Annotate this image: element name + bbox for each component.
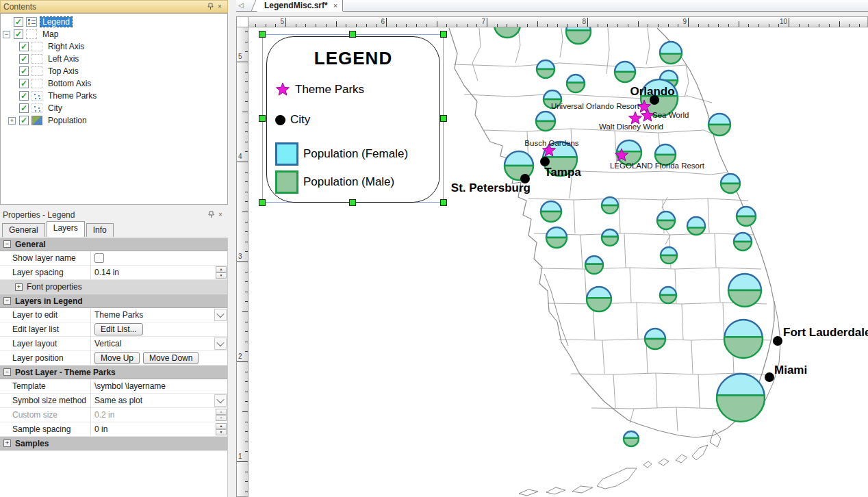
spinner-control[interactable]: ▲▼ [216, 266, 227, 279]
tree-item-bottom-axis[interactable]: ✓ Bottom Axis [1, 77, 227, 90]
expander-icon[interactable]: + [8, 117, 16, 125]
visibility-checkbox[interactable]: ✓ [14, 29, 23, 39]
population-male-half [537, 69, 554, 78]
subsection-font-properties[interactable]: +Font properties [0, 280, 227, 294]
tab-layers[interactable]: Layers [47, 221, 85, 237]
visibility-checkbox[interactable]: ✓ [19, 103, 29, 113]
value-text[interactable]: Vertical [94, 339, 121, 348]
spin-up-icon[interactable]: ▲ [216, 423, 227, 429]
spin-up-icon[interactable]: ▲ [216, 266, 227, 272]
tree-item-right-axis[interactable]: ✓ Right Axis [1, 40, 227, 53]
property-label: Symbol size method [0, 394, 91, 407]
legend-item-label: City [290, 113, 310, 127]
ruler-tick [758, 24, 759, 27]
tab-scroll-left-icon[interactable]: ◁ [238, 1, 246, 10]
pin-icon[interactable] [205, 2, 215, 12]
ruler-tick [236, 62, 248, 62]
show-layer-name-checkbox[interactable] [94, 253, 104, 263]
tab-general[interactable]: General [2, 223, 45, 237]
spinner-control[interactable]: ▲▼ [216, 423, 227, 435]
expand-icon[interactable]: + [15, 283, 23, 291]
tree-item-label: Legend [40, 17, 72, 27]
population-female-half [541, 201, 561, 212]
spin-down-icon[interactable]: ▼ [216, 272, 227, 279]
selection-handle[interactable] [440, 115, 447, 122]
property-label: Layer layout [0, 337, 91, 351]
post-layer-icon [31, 91, 42, 101]
ruler-tick [285, 18, 286, 27]
ruler-tick [457, 24, 457, 27]
move-up-button[interactable]: Move Up [94, 352, 140, 364]
spinner-control: ▲▼ [216, 409, 227, 421]
move-down-button[interactable]: Move Down [143, 352, 199, 364]
dropdown-arrow-icon[interactable] [214, 394, 227, 407]
tree-item-map[interactable]: − ✓ Map [1, 28, 227, 40]
selection-handle[interactable] [349, 31, 356, 38]
tree-item-population[interactable]: + ✓ Population [1, 114, 227, 127]
visibility-checkbox[interactable]: ✓ [19, 66, 29, 76]
population-female-half [544, 90, 561, 99]
ruler-tick [305, 24, 306, 27]
ruler-tick [245, 192, 248, 192]
property-row-layer-to-edit: Layer to editTheme Parks [0, 308, 227, 322]
ruler-tick [245, 472, 248, 472]
visibility-checkbox[interactable]: ✓ [19, 79, 29, 88]
document-tab[interactable]: LegendMisc.srf* × [257, 0, 343, 12]
pin-icon[interactable] [206, 210, 216, 220]
visibility-checkbox[interactable]: ✓ [19, 116, 29, 125]
section-post-layer-theme-parks[interactable]: −Post Layer - Theme Parks [0, 366, 227, 379]
selection-handle[interactable] [259, 199, 266, 206]
dropdown-arrow-icon[interactable] [214, 309, 227, 321]
section-general[interactable]: −General [0, 238, 227, 251]
property-row-sample-spacing: Sample spacing0 in▲▼ [0, 422, 227, 437]
visibility-checkbox[interactable]: ✓ [19, 42, 29, 51]
value-text[interactable]: 0 in [94, 424, 107, 434]
tree-item-theme-parks[interactable]: ✓ Theme Parks [1, 90, 227, 102]
ruler-tick [537, 21, 538, 27]
spin-down-icon: ▼ [216, 415, 227, 421]
expander-icon[interactable]: − [3, 31, 10, 38]
ruler-tick [245, 51, 248, 52]
edit-list-button[interactable]: Edit List... [94, 323, 143, 335]
section-samples[interactable]: +Samples [0, 437, 227, 450]
tree-item-legend[interactable]: ✓ Legend [1, 16, 227, 28]
tree-item-top-axis[interactable]: ✓ Top Axis [1, 65, 227, 77]
legend-object[interactable]: LEGEND Theme Parks City Population (Fema… [266, 36, 440, 203]
tab-close-icon[interactable]: × [333, 1, 337, 10]
map-canvas[interactable]: Universal Orlando ResortSea WorldWalt Di… [248, 27, 868, 497]
tab-info[interactable]: Info [86, 223, 114, 237]
selection-handle[interactable] [259, 115, 266, 122]
florida-keys [519, 489, 538, 496]
dropdown-arrow-icon[interactable] [214, 337, 227, 350]
visibility-checkbox[interactable]: ✓ [14, 17, 23, 27]
expand-icon[interactable]: + [3, 439, 11, 447]
tree-item-city[interactable]: ✓ City [1, 102, 227, 114]
visibility-checkbox[interactable]: ✓ [19, 54, 29, 64]
value-text[interactable]: 0.2 in [94, 410, 114, 420]
collapse-icon[interactable]: − [3, 368, 11, 376]
selection-handle[interactable] [349, 199, 356, 206]
ruler-tick [245, 172, 248, 173]
section-layers-in-legend[interactable]: −Layers in Legend [0, 294, 227, 308]
collapse-icon[interactable]: − [3, 240, 11, 248]
spin-down-icon[interactable]: ▼ [216, 429, 227, 435]
selection-handle[interactable] [259, 31, 266, 38]
population-male-half [536, 121, 555, 131]
value-text[interactable]: 0.14 in [94, 268, 119, 277]
frame-layer-icon [31, 54, 42, 64]
selection-handle[interactable] [440, 31, 447, 38]
value-text[interactable]: Theme Parks [94, 310, 143, 320]
value-text[interactable]: \symbol \layername [94, 381, 166, 391]
visibility-checkbox[interactable]: ✓ [19, 91, 29, 101]
ruler-tick [426, 24, 427, 27]
legend-item-label: Theme Parks [295, 83, 364, 97]
city-label: Fort Lauderdale [783, 326, 868, 339]
ruler-tick [708, 24, 709, 27]
value-text[interactable]: Same as plot [94, 396, 142, 405]
ruler-tick [527, 24, 528, 27]
collapse-icon[interactable]: − [3, 297, 11, 305]
close-icon[interactable]: × [216, 210, 225, 220]
close-icon[interactable]: × [215, 2, 225, 12]
selection-handle[interactable] [440, 199, 447, 206]
tree-item-left-axis[interactable]: ✓ Left Axis [1, 53, 227, 65]
